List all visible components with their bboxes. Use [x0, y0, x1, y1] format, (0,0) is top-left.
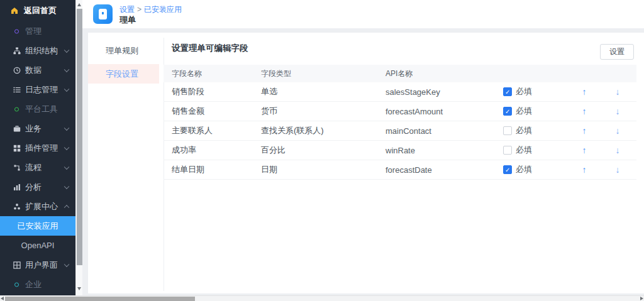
required-checkbox[interactable] [503, 107, 512, 116]
sidebar-item-data[interactable]: 数据 [0, 60, 75, 80]
chevron-down-icon [64, 183, 69, 189]
scroll-up-arrow-icon[interactable] [77, 3, 81, 6]
move-up-icon[interactable]: ↑ [582, 145, 587, 155]
vertical-scrollbar-thumb[interactable] [77, 9, 82, 265]
required-label: 必填 [516, 145, 532, 156]
page-title: 理单 [119, 14, 136, 26]
table-row: 销售金额 货币 forecastAmount 必填 ↑ ↓ [164, 102, 636, 121]
sidebar-item-extension-center[interactable]: 扩展中心 [0, 197, 75, 216]
sidebar-item-label: 插件管理 [25, 143, 58, 153]
scroll-left-arrow-icon[interactable] [1, 297, 4, 300]
management-ring-icon [14, 29, 19, 33]
app-icon [93, 4, 113, 24]
move-down-icon[interactable]: ↓ [616, 145, 620, 155]
field-name: 成功率 [172, 145, 261, 156]
sidebar-item-label: OpenAPI [21, 241, 55, 250]
field-type: 百分比 [261, 145, 386, 156]
breadcrumb: 设置>已安装应用 [119, 4, 182, 15]
main-panel: 理单规则 字段设置 设置理单可编辑字段 设置 字段名称 字段类型 API名称 销… [88, 33, 644, 293]
data-clock-icon [13, 67, 21, 74]
sidebar-item-user-interface[interactable]: 用户界面 [0, 255, 75, 275]
sidebar: 返回首页 管理 组织结构 数据 日志管理 平台工具 业务 插件管理 流程 [0, 0, 75, 295]
sidebar-item-label: 日志管理 [25, 85, 58, 94]
sidebar-item-analysis[interactable]: 分析 [0, 177, 75, 197]
required-checkbox[interactable] [503, 126, 512, 135]
breadcrumb-separator: > [137, 5, 142, 14]
sidebar-item-openapi[interactable]: OpenAPI [0, 236, 75, 255]
sidebar-home-label: 返回首页 [24, 6, 57, 15]
subnav-item-order-rules[interactable]: 理单规则 [88, 41, 164, 60]
field-name: 结单日期 [172, 164, 261, 175]
field-name: 主要联系人 [172, 125, 261, 136]
move-up-icon[interactable]: ↑ [582, 165, 587, 175]
clipboard-glyph-icon [99, 9, 107, 19]
subnav-item-field-settings[interactable]: 字段设置 [88, 64, 159, 84]
sidebar-section-label: 企业 [25, 280, 42, 289]
subnav: 理单规则 字段设置 [88, 33, 164, 293]
move-up-icon[interactable]: ↑ [582, 126, 587, 136]
field-api: mainContact [386, 126, 503, 136]
sidebar-section-platform-tools: 平台工具 [0, 99, 75, 119]
home-icon [11, 7, 18, 14]
enterprise-ring-icon [14, 282, 19, 287]
settings-button[interactable]: 设置 [600, 44, 634, 60]
sidebar-item-label: 数据 [25, 65, 42, 75]
sidebar-item-installed-apps[interactable]: 已安装应用 [0, 216, 75, 236]
move-down-icon[interactable]: ↓ [616, 87, 620, 97]
sidebar-item-label: 流程 [25, 163, 42, 172]
sidebar-item-org-structure[interactable]: 组织结构 [0, 41, 75, 60]
sidebar-item-home[interactable]: 返回首页 [0, 0, 75, 21]
table-row: 成功率 百分比 winRate 必填 ↑ ↓ [164, 141, 636, 160]
field-name: 销售阶段 [172, 86, 261, 97]
field-type: 查找关系(联系人) [261, 125, 386, 136]
sidebar-item-label: 分析 [25, 182, 42, 192]
chevron-down-icon [64, 86, 69, 91]
topbar: 设置>已安装应用 理单 [82, 0, 644, 28]
move-down-icon[interactable]: ↓ [616, 126, 620, 136]
chevron-down-icon [64, 67, 69, 72]
column-header-field-name: 字段名称 [172, 68, 261, 79]
log-list-icon [13, 86, 21, 94]
fields-table: 字段名称 字段类型 API名称 销售阶段 单选 salesStageKey 必填… [164, 65, 636, 180]
table-row: 销售阶段 单选 salesStageKey 必填 ↑ ↓ [164, 82, 636, 102]
required-label: 必填 [516, 164, 532, 175]
content-area: 设置理单可编辑字段 设置 字段名称 字段类型 API名称 销售阶段 单选 sal… [164, 33, 644, 293]
sidebar-item-plugin-management[interactable]: 插件管理 [0, 138, 75, 158]
horizontal-scrollbar[interactable] [0, 295, 644, 301]
sidebar-section-label: 管理 [25, 26, 42, 36]
move-down-icon[interactable]: ↓ [616, 165, 620, 175]
field-name: 销售金额 [172, 106, 261, 117]
sidebar-item-label: 业务 [25, 124, 42, 133]
required-checkbox[interactable] [503, 165, 512, 174]
chevron-down-icon [64, 261, 69, 266]
chevron-down-icon [64, 164, 69, 169]
field-api: salesStageKey [386, 87, 503, 97]
sidebar-vertical-scrollbar[interactable] [75, 0, 82, 295]
content-title: 设置理单可编辑字段 [172, 43, 248, 54]
sidebar-item-label: 扩展中心 [25, 202, 58, 211]
sidebar-section-enterprise: 企业 [0, 275, 75, 294]
required-checkbox[interactable] [503, 146, 512, 155]
sidebar-section-label: 平台工具 [25, 104, 58, 114]
field-api: forecastAmount [386, 107, 503, 116]
move-down-icon[interactable]: ↓ [616, 106, 620, 116]
horizontal-scrollbar-thumb[interactable] [5, 297, 195, 301]
chevron-down-icon [64, 47, 69, 52]
plugin-grid-icon [13, 145, 21, 152]
move-up-icon[interactable]: ↑ [582, 87, 587, 97]
extension-center-icon [13, 203, 21, 211]
move-up-icon[interactable]: ↑ [582, 106, 587, 116]
sidebar-item-process[interactable]: 流程 [0, 158, 75, 177]
scroll-down-arrow-icon[interactable] [77, 287, 81, 290]
required-label: 必填 [516, 125, 532, 136]
scroll-right-arrow-icon[interactable] [640, 297, 643, 300]
chevron-down-icon [64, 145, 69, 150]
field-api: winRate [386, 146, 503, 155]
sidebar-item-log-management[interactable]: 日志管理 [0, 80, 75, 99]
required-checkbox[interactable] [503, 87, 512, 96]
org-structure-icon [13, 47, 21, 55]
sidebar-item-business[interactable]: 业务 [0, 119, 75, 138]
platform-tools-ring-icon [14, 107, 19, 111]
breadcrumb-installed-apps-link[interactable]: 已安装应用 [144, 5, 182, 14]
breadcrumb-settings-link[interactable]: 设置 [119, 5, 135, 14]
